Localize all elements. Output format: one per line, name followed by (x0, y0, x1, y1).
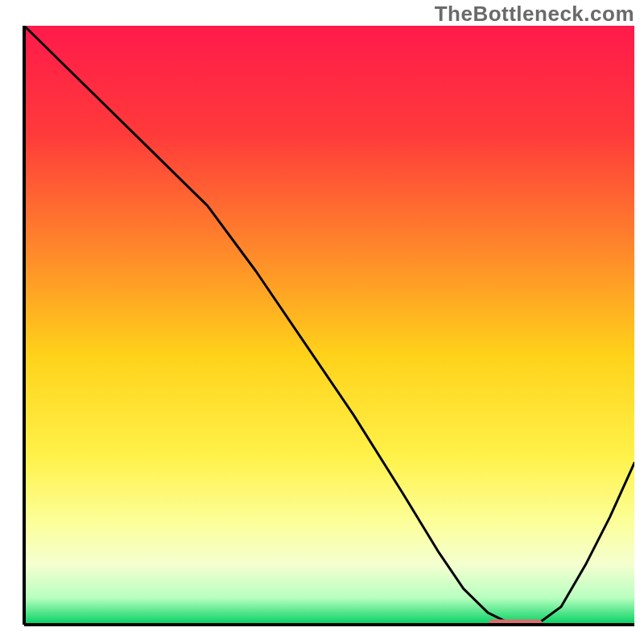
chart-frame: TheBottleneck.com (0, 0, 644, 644)
watermark-text: TheBottleneck.com (435, 2, 634, 27)
plot-area (24, 26, 634, 630)
bottleneck-chart (0, 0, 644, 644)
